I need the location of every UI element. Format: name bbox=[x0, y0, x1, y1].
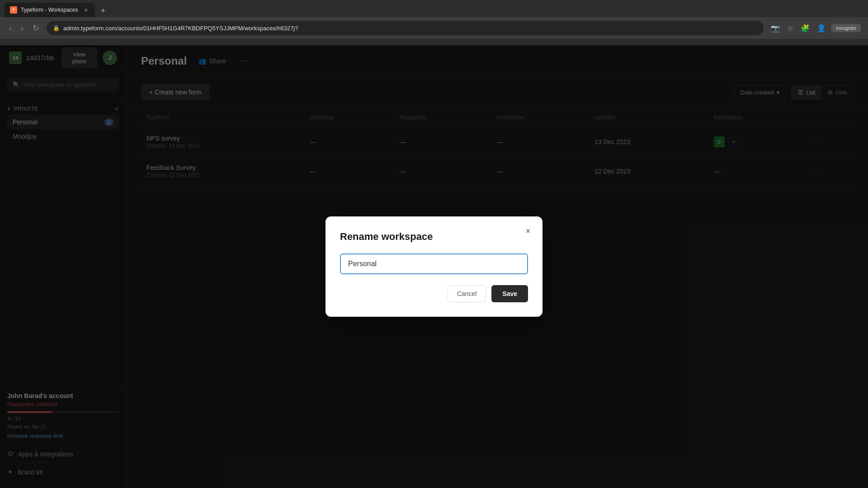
incognito-badge: Incognito bbox=[831, 24, 861, 32]
workspace-name-input[interactable] bbox=[340, 253, 528, 274]
url-text: admin.typeform.com/accounts/01HHF5H1G4R7… bbox=[63, 25, 757, 32]
modal-actions: Cancel Save bbox=[340, 285, 528, 302]
star-icon[interactable]: ☆ bbox=[785, 22, 795, 34]
modal-close-button[interactable]: × bbox=[521, 224, 535, 238]
tab-title: Typeform - Workspaces bbox=[21, 7, 79, 13]
refresh-button[interactable]: ↻ bbox=[31, 21, 41, 35]
browser-tab[interactable]: T Typeform - Workspaces ✕ bbox=[5, 3, 95, 17]
address-bar[interactable]: 🔒 admin.typeform.com/accounts/01HHF5H1G4… bbox=[47, 21, 764, 35]
new-tab-button[interactable]: + bbox=[97, 5, 109, 17]
profile-icon[interactable]: 👤 bbox=[815, 22, 828, 34]
extension-icon[interactable]: 🧩 bbox=[799, 22, 811, 34]
save-button[interactable]: Save bbox=[491, 285, 528, 302]
modal-overlay[interactable]: × Rename workspace Cancel Save bbox=[0, 45, 868, 488]
modal-title: Rename workspace bbox=[340, 231, 528, 243]
camera-icon[interactable]: 📷 bbox=[769, 22, 782, 34]
forward-button[interactable]: › bbox=[19, 22, 25, 35]
back-button[interactable]: ‹ bbox=[7, 22, 14, 35]
close-icon: × bbox=[525, 226, 531, 236]
rename-workspace-modal: × Rename workspace Cancel Save bbox=[326, 216, 542, 317]
tab-close-button[interactable]: ✕ bbox=[82, 6, 90, 14]
tab-favicon: T bbox=[10, 6, 17, 14]
cancel-button[interactable]: Cancel bbox=[448, 285, 486, 302]
lock-icon: 🔒 bbox=[53, 25, 60, 31]
